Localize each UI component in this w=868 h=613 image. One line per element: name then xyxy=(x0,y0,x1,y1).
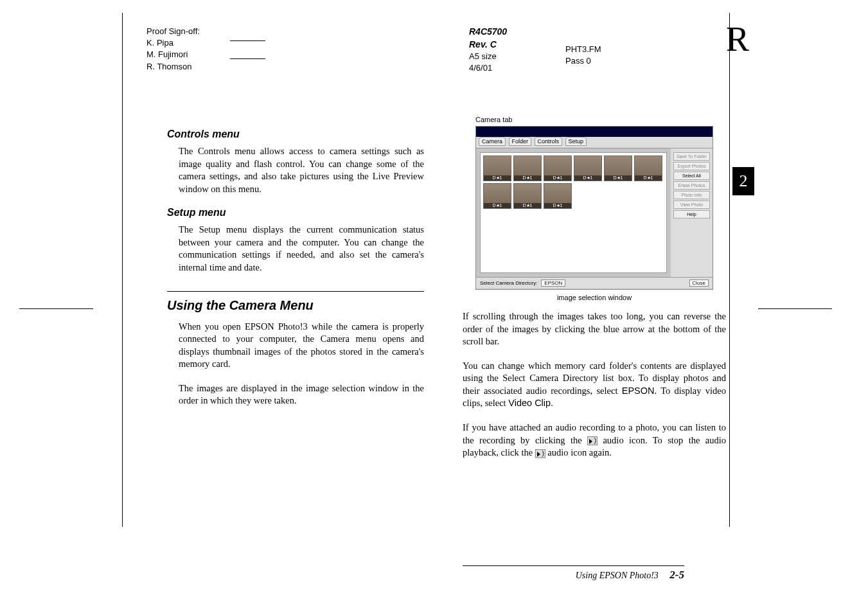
shot-tab-folder: Folder xyxy=(509,137,532,146)
signer-3: R. Thomson xyxy=(146,61,200,73)
para-scroll: If scrolling through the images takes to… xyxy=(463,310,726,348)
page-side-letter: R xyxy=(726,19,749,59)
doc-code: R4C5700 xyxy=(469,26,507,39)
footer-page-number: 2-5 xyxy=(669,569,684,581)
camera-tab-label: Camera tab xyxy=(475,116,726,123)
shot-tab-setup: Setup xyxy=(565,137,587,146)
footer-title: Using EPSON Photo!3 xyxy=(576,571,659,580)
shot-thumb xyxy=(634,155,662,181)
crop-mark-mid-right xyxy=(758,308,832,309)
para-using-1: When you open EPSON Photo!3 while the ca… xyxy=(179,321,424,371)
shot-thumbnail-grid xyxy=(480,152,667,273)
para-audio: If you have attached an audio recording … xyxy=(463,422,726,459)
audio-icon xyxy=(535,449,545,458)
shot-thumb xyxy=(544,155,572,181)
shot-tabs: Camera Folder Controls Setup xyxy=(476,137,713,148)
heading-setup-menu: Setup menu xyxy=(167,207,424,218)
crop-mark-mid-left xyxy=(19,308,93,309)
shot-tab-camera: Camera xyxy=(479,137,506,146)
shot-side-buttons: Save To Folder Export Photos Select All … xyxy=(671,148,713,277)
chapter-tab: 2 xyxy=(732,167,754,195)
heading-controls-menu: Controls menu xyxy=(167,129,424,140)
doc-pass: Pass 0 xyxy=(565,55,601,67)
para-using-2: The images are displayed in the image se… xyxy=(179,382,424,407)
app-screenshot: Camera Folder Controls Setup xyxy=(475,126,713,290)
crop-guide-right xyxy=(729,13,730,527)
shot-btn: Export Photos xyxy=(673,162,710,170)
para-setup: The Setup menu displays the current comm… xyxy=(179,224,424,274)
para-directory: You can change which memory card folder'… xyxy=(463,360,726,410)
shot-btn-help: Help xyxy=(673,210,710,218)
shot-btn: Photo Info xyxy=(673,191,710,199)
screenshot-caption: image selection window xyxy=(463,294,726,301)
para-controls: The Controls menu allows access to camer… xyxy=(179,145,424,195)
shot-btn: Select All xyxy=(673,172,710,180)
page-footer: Using EPSON Photo!3 2-5 xyxy=(463,565,684,582)
shot-thumb xyxy=(604,155,632,181)
shot-btn: View Photo xyxy=(673,200,710,209)
shot-bottom-bar: Select Camera Directory: EPSON Close xyxy=(476,277,713,289)
shot-thumb xyxy=(483,183,511,209)
shot-thumb xyxy=(513,155,542,181)
shot-thumb xyxy=(544,183,572,209)
shot-thumb xyxy=(513,183,542,209)
shot-thumb xyxy=(483,155,511,181)
heading-using-camera-menu: Using the Camera Menu xyxy=(167,296,424,313)
crop-guide-left xyxy=(122,13,123,527)
doc-size: A5 size xyxy=(469,51,507,62)
doc-header-block: R4C5700 Rev. C A5 size 4/6/01 PHT3.FM Pa… xyxy=(469,26,507,75)
doc-file: PHT3.FM xyxy=(565,44,601,55)
doc-rev: Rev. C xyxy=(469,39,507,51)
proof-label: Proof Sign-off: xyxy=(146,26,200,37)
shot-tab-controls: Controls xyxy=(535,137,563,146)
signer-2: M. Fujimori xyxy=(146,49,200,60)
doc-date: 4/6/01 xyxy=(469,62,507,74)
audio-icon xyxy=(587,436,598,445)
signer-1: K. Pipa xyxy=(146,37,200,49)
proof-signoff-block: Proof Sign-off: K. Pipa M. Fujimori R. T… xyxy=(146,26,200,73)
shot-btn: Erase Photos xyxy=(673,181,710,190)
section-divider xyxy=(167,291,424,292)
shot-btn: Save To Folder xyxy=(673,152,710,161)
shot-thumb xyxy=(574,155,602,181)
